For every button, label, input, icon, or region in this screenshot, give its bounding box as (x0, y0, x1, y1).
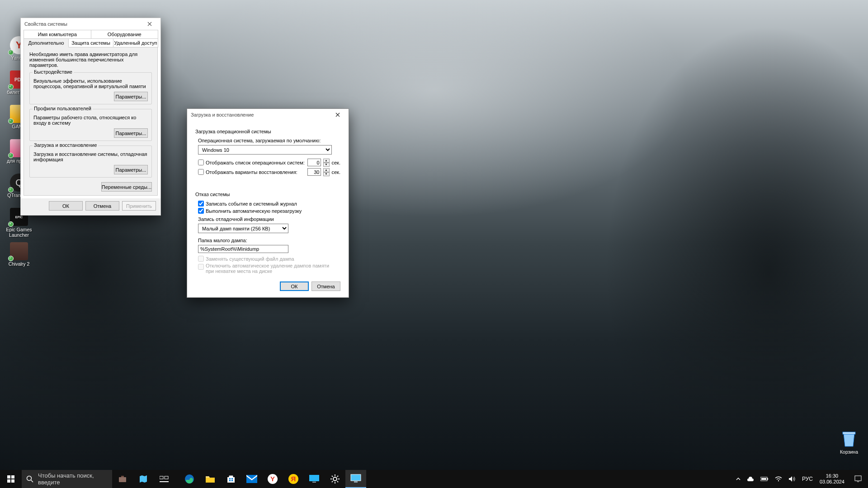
auto-restart-checkbox[interactable] (198, 208, 204, 214)
tray-time: 16:30 (820, 473, 844, 479)
ok-button[interactable]: ОК (49, 201, 83, 211)
tray-language[interactable]: РУС (799, 470, 816, 488)
checkbox-label: Отключить автоматическое удаление дампов… (206, 263, 332, 274)
group-startup-recovery: Загрузка и восстановление Загрузка и вос… (29, 145, 152, 178)
tab-computer-name[interactable]: Имя компьютера (24, 30, 91, 39)
show-recovery-checkbox-row[interactable]: Отображать варианты восстановления: (198, 169, 297, 175)
yandex-icon: Y (267, 474, 278, 484)
task-view-button[interactable] (154, 470, 175, 488)
taskbar-settings[interactable] (325, 470, 345, 488)
svg-text:Я: Я (291, 475, 296, 483)
svg-rect-29 (767, 478, 768, 480)
profiles-settings-button[interactable]: Параметры... (114, 128, 148, 138)
spin-up-button[interactable]: ▲ (323, 159, 330, 163)
tray-network[interactable] (772, 470, 785, 488)
group-desc: Загрузка и восстановление системы, отлад… (33, 151, 148, 162)
start-button[interactable] (0, 470, 22, 488)
tab-body-advanced: Необходимо иметь права администратора дл… (24, 47, 158, 196)
close-button[interactable] (329, 109, 347, 120)
svg-rect-32 (855, 476, 861, 481)
performance-settings-button[interactable]: Параметры... (114, 92, 148, 101)
write-log-checkbox-row[interactable]: Записать событие в системный журнал (198, 201, 340, 206)
overwrite-dump-checkbox (198, 256, 204, 262)
dump-type-select[interactable]: Малый дамп памяти (256 КВ) (198, 224, 288, 233)
taskbar-system-properties[interactable] (345, 470, 366, 488)
svg-line-25 (337, 476, 338, 477)
seconds-label: сек. (332, 169, 341, 175)
tray-onedrive[interactable] (744, 470, 757, 488)
section-startup: Загрузка операционной системы (195, 129, 340, 134)
dump-dir-label: Папка малого дампа: (198, 238, 340, 243)
taskbar-search[interactable]: Чтобы начать поиск, введите (22, 470, 112, 488)
svg-rect-16 (312, 482, 316, 483)
recovery-time-input[interactable] (307, 168, 321, 176)
svg-line-24 (332, 481, 333, 482)
taskbar-maps-icon[interactable] (133, 470, 154, 488)
tab-system-protection[interactable]: Защита системы (68, 38, 113, 47)
desktop-icon-chivalry[interactable]: Chivalry 2 (2, 242, 36, 277)
default-os-label: Операционная система, загружаемая по умо… (198, 138, 340, 143)
show-os-list-checkbox-row[interactable]: Отображать список операционных систем: (198, 160, 305, 165)
spinner-buttons[interactable]: ▲▼ (323, 159, 330, 167)
environment-variables-button[interactable]: Переменные среды... (101, 182, 152, 192)
cancel-button[interactable]: Отмена (85, 201, 119, 211)
chevron-up-icon (736, 477, 741, 481)
spin-up-button[interactable]: ▲ (323, 168, 330, 172)
disable-auto-delete-checkbox-row: Отключить автоматическое удаление дампов… (198, 263, 340, 274)
folder-icon (205, 474, 216, 483)
spin-down-button[interactable]: ▼ (323, 163, 330, 167)
group-performance: Быстродействие Визуальные эффекты, испол… (29, 72, 152, 104)
show-os-list-checkbox[interactable] (198, 160, 204, 165)
titlebar[interactable]: Загрузка и восстановление (187, 109, 349, 121)
map-icon (138, 474, 148, 484)
auto-restart-checkbox-row[interactable]: Выполнить автоматическую перезагрузку (198, 208, 340, 214)
startup-settings-button[interactable]: Параметры... (114, 165, 148, 174)
search-icon (26, 475, 33, 483)
cloud-icon (747, 476, 754, 482)
desktop-icon-label: Epic Games Launcher (2, 227, 36, 238)
recycle-bin-icon (841, 430, 857, 448)
tab-advanced[interactable]: Дополнительно (24, 38, 69, 47)
dump-type-label: Запись отладочной информации (198, 216, 340, 222)
svg-rect-3 (119, 477, 126, 482)
ok-button[interactable]: ОК (280, 282, 309, 291)
taskbar-mail[interactable] (241, 470, 262, 488)
taskbar-suitcase-icon[interactable] (112, 470, 133, 488)
svg-line-23 (337, 481, 338, 482)
group-legend: Загрузка и восстановление (33, 142, 98, 148)
cancel-button[interactable]: Отмена (311, 282, 340, 291)
desktop-icon-recycle-bin[interactable]: Корзина (832, 430, 866, 465)
tray-clock[interactable]: 16:30 03.06.2024 (816, 473, 848, 485)
tray-power[interactable] (757, 470, 772, 488)
taskbar-yandex-browser[interactable]: Y (262, 470, 283, 488)
close-icon (335, 113, 340, 117)
taskbar-edge[interactable] (179, 470, 200, 488)
taskbar: Чтобы начать поиск, введите Y Я РУС 16:3… (0, 470, 868, 488)
spinner-buttons[interactable]: ▲▼ (323, 168, 330, 176)
svg-line-22 (332, 476, 333, 477)
close-icon (147, 22, 152, 26)
write-log-checkbox[interactable] (198, 201, 204, 206)
window-title: Загрузка и восстановление (191, 112, 329, 117)
taskbar-screen-app[interactable] (304, 470, 325, 488)
tray-overflow-button[interactable] (733, 470, 744, 488)
tray-notifications[interactable] (848, 470, 868, 488)
os-list-time-input[interactable] (307, 159, 321, 166)
tray-volume[interactable] (785, 470, 799, 488)
apply-button[interactable]: Применить (122, 201, 156, 211)
titlebar[interactable]: Свойства системы (21, 18, 160, 30)
tab-remote[interactable]: Удаленный доступ (113, 38, 158, 47)
seconds-label: сек. (332, 160, 341, 165)
taskbar-yandex-search[interactable]: Я (283, 470, 304, 488)
taskbar-file-explorer[interactable] (200, 470, 221, 488)
dump-dir-input[interactable] (198, 245, 288, 253)
default-os-select[interactable]: Windows 10 (198, 145, 332, 155)
tab-hardware[interactable]: Оборудование (91, 30, 159, 39)
computer-icon (350, 474, 361, 483)
taskbar-store[interactable] (221, 470, 241, 488)
windows-logo-icon (7, 475, 14, 483)
spin-down-button[interactable]: ▼ (323, 172, 330, 176)
notification-icon (854, 475, 862, 483)
close-button[interactable] (141, 19, 159, 29)
show-recovery-checkbox[interactable] (198, 169, 204, 175)
